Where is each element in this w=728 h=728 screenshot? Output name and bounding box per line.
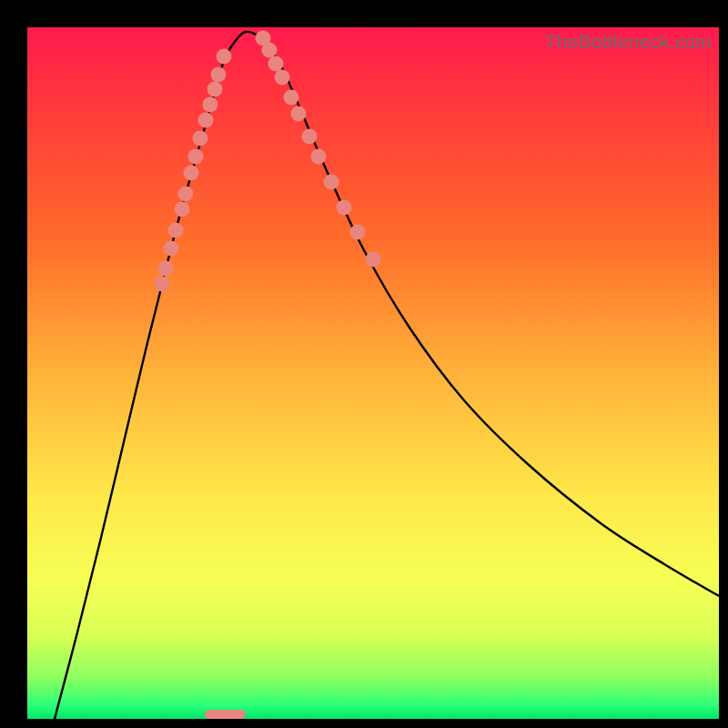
data-marker: [164, 241, 179, 257]
data-marker: [337, 200, 352, 216]
data-marker: [211, 67, 227, 83]
data-marker: [350, 225, 366, 240]
data-marker: [311, 149, 327, 165]
data-marker: [155, 277, 170, 292]
data-marker: [158, 261, 174, 277]
data-marker: [262, 43, 278, 58]
data-marker: [275, 70, 290, 86]
data-marker: [198, 113, 214, 128]
data-marker: [188, 149, 204, 165]
chart-frame: TheBottleneck.com: [0, 0, 728, 728]
data-marker: [178, 187, 194, 202]
bottleneck-curve: [55, 32, 719, 719]
data-marker: [366, 252, 381, 268]
legend-bar: [205, 710, 246, 719]
data-marker: [302, 129, 318, 145]
data-marker: [268, 56, 284, 72]
marker-group: [155, 31, 381, 292]
chart-svg: [27, 27, 719, 719]
data-marker: [175, 202, 190, 217]
data-marker: [168, 223, 184, 238]
data-marker: [193, 131, 208, 147]
data-marker: [184, 166, 199, 181]
chart-plot-area: TheBottleneck.com: [27, 27, 719, 719]
data-marker: [324, 175, 339, 190]
data-marker: [207, 82, 223, 97]
data-marker: [217, 49, 232, 65]
data-marker: [203, 97, 218, 113]
data-marker: [284, 90, 299, 106]
data-marker: [291, 106, 307, 122]
